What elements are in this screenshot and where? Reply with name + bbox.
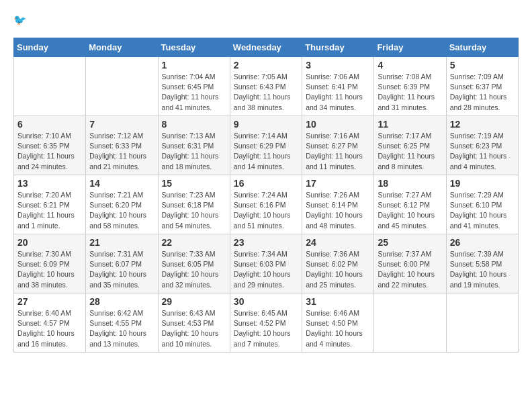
calendar-cell: 23Sunrise: 7:34 AMSunset: 6:03 PMDayligh…: [230, 234, 302, 293]
day-number: 5: [450, 60, 515, 71]
day-info: Sunrise: 7:09 AMSunset: 6:37 PMDaylight:…: [450, 72, 515, 113]
day-info: Sunrise: 7:06 AMSunset: 6:41 PMDaylight:…: [306, 72, 370, 113]
calendar-cell: 30Sunrise: 6:45 AMSunset: 4:52 PMDayligh…: [230, 293, 302, 353]
calendar-cell: 22Sunrise: 7:33 AMSunset: 6:05 PMDayligh…: [158, 234, 230, 293]
day-number: 19: [450, 178, 515, 189]
calendar-week-row: 27Sunrise: 6:40 AMSunset: 4:57 PMDayligh…: [14, 293, 519, 353]
calendar-cell: 31Sunrise: 6:46 AMSunset: 4:50 PMDayligh…: [302, 293, 374, 353]
day-info: Sunrise: 7:23 AMSunset: 6:18 PMDaylight:…: [162, 190, 226, 231]
day-number: 21: [89, 237, 154, 248]
day-number: 15: [162, 178, 226, 189]
day-number: 27: [17, 296, 82, 307]
calendar-week-row: 6Sunrise: 7:10 AMSunset: 6:35 PMDaylight…: [14, 116, 519, 175]
day-info: Sunrise: 7:20 AMSunset: 6:21 PMDaylight:…: [17, 190, 82, 231]
day-info: Sunrise: 7:31 AMSunset: 6:07 PMDaylight:…: [89, 249, 154, 290]
calendar-cell: 11Sunrise: 7:17 AMSunset: 6:25 PMDayligh…: [374, 116, 446, 175]
day-info: Sunrise: 7:36 AMSunset: 6:02 PMDaylight:…: [306, 249, 370, 290]
day-info: Sunrise: 7:10 AMSunset: 6:35 PMDaylight:…: [17, 131, 82, 172]
calendar-cell: 29Sunrise: 6:43 AMSunset: 4:53 PMDayligh…: [158, 293, 230, 353]
day-info: Sunrise: 7:21 AMSunset: 6:20 PMDaylight:…: [89, 190, 154, 231]
day-number: 6: [17, 119, 82, 130]
calendar-table: SundayMondayTuesdayWednesdayThursdayFrid…: [13, 38, 519, 353]
calendar-cell: 10Sunrise: 7:16 AMSunset: 6:27 PMDayligh…: [302, 116, 374, 175]
day-info: Sunrise: 7:04 AMSunset: 6:45 PMDaylight:…: [162, 72, 226, 113]
day-number: 20: [17, 237, 82, 248]
day-info: Sunrise: 7:34 AMSunset: 6:03 PMDaylight:…: [234, 249, 298, 290]
day-info: Sunrise: 7:19 AMSunset: 6:23 PMDaylight:…: [450, 131, 515, 172]
day-number: 2: [234, 60, 298, 71]
calendar-cell: 1Sunrise: 7:04 AMSunset: 6:45 PMDaylight…: [158, 57, 230, 116]
svg-text:🐦: 🐦: [13, 13, 27, 26]
calendar-cell: 15Sunrise: 7:23 AMSunset: 6:18 PMDayligh…: [158, 175, 230, 234]
day-info: Sunrise: 7:29 AMSunset: 6:10 PMDaylight:…: [450, 190, 515, 231]
calendar-cell: 26Sunrise: 7:39 AMSunset: 5:58 PMDayligh…: [446, 234, 518, 293]
calendar-cell: 8Sunrise: 7:13 AMSunset: 6:31 PMDaylight…: [158, 116, 230, 175]
calendar-cell: 4Sunrise: 7:08 AMSunset: 6:39 PMDaylight…: [374, 57, 446, 116]
day-number: 4: [378, 60, 442, 71]
day-number: 29: [162, 296, 226, 307]
calendar-cell: 18Sunrise: 7:27 AMSunset: 6:12 PMDayligh…: [374, 175, 446, 234]
day-number: 30: [234, 296, 298, 307]
calendar-cell: 7Sunrise: 7:12 AMSunset: 6:33 PMDaylight…: [86, 116, 158, 175]
calendar-week-row: 20Sunrise: 7:30 AMSunset: 6:09 PMDayligh…: [14, 234, 519, 293]
day-number: 10: [306, 119, 370, 130]
calendar-cell: 19Sunrise: 7:29 AMSunset: 6:10 PMDayligh…: [446, 175, 518, 234]
day-info: Sunrise: 7:08 AMSunset: 6:39 PMDaylight:…: [378, 72, 442, 113]
logo-bird-icon: 🐦: [13, 13, 28, 28]
day-info: Sunrise: 6:43 AMSunset: 4:53 PMDaylight:…: [162, 308, 226, 349]
calendar-cell: 20Sunrise: 7:30 AMSunset: 6:09 PMDayligh…: [14, 234, 86, 293]
logo: 🐦: [13, 13, 31, 31]
calendar-cell: 13Sunrise: 7:20 AMSunset: 6:21 PMDayligh…: [14, 175, 86, 234]
calendar-cell: 2Sunrise: 7:05 AMSunset: 6:43 PMDaylight…: [230, 57, 302, 116]
day-number: 1: [162, 60, 226, 71]
day-number: 23: [234, 237, 298, 248]
day-number: 12: [450, 119, 515, 130]
calendar-cell: 21Sunrise: 7:31 AMSunset: 6:07 PMDayligh…: [86, 234, 158, 293]
day-info: Sunrise: 6:40 AMSunset: 4:57 PMDaylight:…: [17, 308, 82, 349]
calendar-cell: 5Sunrise: 7:09 AMSunset: 6:37 PMDaylight…: [446, 57, 518, 116]
day-number: 8: [162, 119, 226, 130]
calendar-cell: 3Sunrise: 7:06 AMSunset: 6:41 PMDaylight…: [302, 57, 374, 116]
calendar-cell: [446, 293, 518, 353]
day-info: Sunrise: 7:13 AMSunset: 6:31 PMDaylight:…: [162, 131, 226, 172]
page-header: 🐦: [13, 13, 519, 31]
day-info: Sunrise: 7:24 AMSunset: 6:16 PMDaylight:…: [234, 190, 298, 231]
day-info: Sunrise: 7:37 AMSunset: 6:00 PMDaylight:…: [378, 249, 442, 290]
weekday-header-thursday: Thursday: [302, 38, 374, 57]
day-number: 11: [378, 119, 442, 130]
calendar-cell: 17Sunrise: 7:26 AMSunset: 6:14 PMDayligh…: [302, 175, 374, 234]
day-number: 18: [378, 178, 442, 189]
day-info: Sunrise: 6:42 AMSunset: 4:55 PMDaylight:…: [89, 308, 154, 349]
logo-text: 🐦: [13, 13, 28, 31]
calendar-cell: 28Sunrise: 6:42 AMSunset: 4:55 PMDayligh…: [86, 293, 158, 353]
day-info: Sunrise: 7:14 AMSunset: 6:29 PMDaylight:…: [234, 131, 298, 172]
day-number: 17: [306, 178, 370, 189]
calendar-cell: 6Sunrise: 7:10 AMSunset: 6:35 PMDaylight…: [14, 116, 86, 175]
day-info: Sunrise: 7:17 AMSunset: 6:25 PMDaylight:…: [378, 131, 442, 172]
weekday-header-wednesday: Wednesday: [230, 38, 302, 57]
calendar-cell: [14, 57, 86, 116]
day-number: 24: [306, 237, 370, 248]
calendar-week-row: 13Sunrise: 7:20 AMSunset: 6:21 PMDayligh…: [14, 175, 519, 234]
day-number: 3: [306, 60, 370, 71]
calendar-cell: 27Sunrise: 6:40 AMSunset: 4:57 PMDayligh…: [14, 293, 86, 353]
day-info: Sunrise: 7:30 AMSunset: 6:09 PMDaylight:…: [17, 249, 82, 290]
weekday-header-tuesday: Tuesday: [158, 38, 230, 57]
weekday-header-friday: Friday: [374, 38, 446, 57]
day-number: 14: [89, 178, 154, 189]
day-number: 28: [89, 296, 154, 307]
day-info: Sunrise: 7:27 AMSunset: 6:12 PMDaylight:…: [378, 190, 442, 231]
calendar-cell: 9Sunrise: 7:14 AMSunset: 6:29 PMDaylight…: [230, 116, 302, 175]
day-number: 7: [89, 119, 154, 130]
day-number: 13: [17, 178, 82, 189]
day-info: Sunrise: 7:16 AMSunset: 6:27 PMDaylight:…: [306, 131, 370, 172]
weekday-header-sunday: Sunday: [14, 38, 86, 57]
day-number: 26: [450, 237, 515, 248]
weekday-header-row: SundayMondayTuesdayWednesdayThursdayFrid…: [14, 38, 519, 57]
day-number: 31: [306, 296, 370, 307]
day-info: Sunrise: 7:33 AMSunset: 6:05 PMDaylight:…: [162, 249, 226, 290]
calendar-cell: 14Sunrise: 7:21 AMSunset: 6:20 PMDayligh…: [86, 175, 158, 234]
day-number: 9: [234, 119, 298, 130]
day-info: Sunrise: 7:12 AMSunset: 6:33 PMDaylight:…: [89, 131, 154, 172]
calendar-cell: 25Sunrise: 7:37 AMSunset: 6:00 PMDayligh…: [374, 234, 446, 293]
